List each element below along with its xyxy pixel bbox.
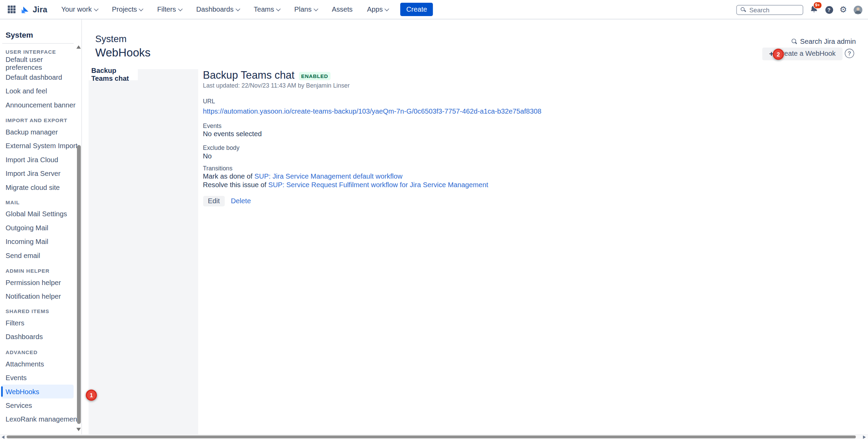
nav-item-filters[interactable]: Filters xyxy=(150,0,189,19)
sidebar-item-webhooks[interactable]: WebHooks xyxy=(1,385,73,398)
sidebar-item-import-jira-server[interactable]: Import Jira Server xyxy=(0,167,81,180)
webhook-actions: Edit Delete xyxy=(203,196,756,206)
field-value: No xyxy=(203,152,756,160)
sidebar-item-label: Services xyxy=(5,401,32,409)
help-button[interactable]: ? xyxy=(825,6,833,14)
sidebar-item-label: Default dashboard xyxy=(5,74,62,81)
sidebar-section: SHARED ITEMS xyxy=(0,308,81,315)
hscroll-left-arrow[interactable] xyxy=(2,436,4,439)
sidebar-item-external-system-import[interactable]: External System Import xyxy=(0,139,81,153)
sidebar-item-look-and-feel[interactable]: Look and feel xyxy=(0,85,81,98)
create-webhook-label: Create a WebHook xyxy=(777,50,836,58)
sidebar-section: ADVANCED xyxy=(0,348,81,356)
sidebar-item-label: Backup manager xyxy=(5,128,58,136)
sidebar-item-announcement-banner[interactable]: Announcement banner xyxy=(0,98,81,112)
sidebar-section-header: IMPORT AND EXPORT xyxy=(0,116,81,124)
webhook-list-item-backup-teams-chat[interactable]: Backup Teams chat xyxy=(88,69,138,80)
search-jira-admin-link[interactable]: Search Jira admin xyxy=(792,38,856,46)
sidebar-section: MAIL xyxy=(0,199,81,207)
sidebar-item-backup-manager[interactable]: Backup manager xyxy=(0,125,81,139)
nav-item-dashboards[interactable]: Dashboards xyxy=(189,0,246,19)
sidebar-item-events[interactable]: Events xyxy=(0,371,81,385)
sidebar-item-import-jira-cloud[interactable]: Import Jira Cloud xyxy=(0,153,81,166)
sidebar-item-services[interactable]: Services xyxy=(0,398,81,412)
webhook-help-icon[interactable]: ? xyxy=(845,49,854,58)
nav-item-apps[interactable]: Apps xyxy=(360,0,396,19)
workflow-link[interactable]: SUP: Jira Service Management default wor… xyxy=(254,173,403,181)
delete-link[interactable]: Delete xyxy=(231,197,251,205)
last-updated-text: Last updated: 22/Nov/23 11:43 AM by Benj… xyxy=(203,82,756,88)
transition-line: Mark as done of SUP: Jira Service Manage… xyxy=(203,173,756,181)
chevron-down-icon xyxy=(139,7,143,11)
sidebar-item-label: Default user preferences xyxy=(5,56,81,71)
sidebar-scroll-up-arrow[interactable] xyxy=(76,46,80,49)
chevron-down-icon xyxy=(235,7,240,11)
search-jira-admin-label: Search Jira admin xyxy=(800,38,856,46)
nav-item-projects[interactable]: Projects xyxy=(105,0,150,19)
sidebar-item-permission-helper[interactable]: Permission helper xyxy=(0,275,81,289)
sidebar-item-default-dashboard[interactable]: Default dashboard xyxy=(0,70,81,84)
sidebar-item-label: Migrate cloud site xyxy=(5,183,60,191)
sidebar-section: USER INTERFACE xyxy=(0,48,81,56)
nav-item-teams[interactable]: Teams xyxy=(246,0,287,19)
sidebar-item-filters[interactable]: Filters xyxy=(0,316,81,330)
chevron-down-icon xyxy=(94,7,98,11)
jira-logo[interactable]: Jira xyxy=(21,5,48,14)
chevron-down-icon xyxy=(314,7,318,11)
field-exclude-body: Exclude body No xyxy=(203,144,756,160)
nav-item-plans[interactable]: Plans xyxy=(287,0,325,19)
webhook-url-link[interactable]: https://automation.yasoon.io/create-team… xyxy=(203,107,541,115)
sidebar-scroll-down-arrow[interactable] xyxy=(76,428,80,431)
top-navbar: Jira Your work Projects Filters Dashboar… xyxy=(0,0,868,20)
search-icon xyxy=(740,7,746,12)
sidebar-item-incoming-mail[interactable]: Incoming Mail xyxy=(0,235,81,249)
search-input[interactable]: Search xyxy=(736,5,803,15)
sidebar-item-lexorank-management[interactable]: LexoRank management xyxy=(0,412,81,426)
sidebar-scrollbar-thumb[interactable] xyxy=(77,145,80,424)
sidebar-divider xyxy=(2,43,73,44)
sidebar-section-header: ADMIN HELPER xyxy=(0,267,81,275)
notifications-button[interactable]: 9+ xyxy=(809,5,818,14)
sidebar-item-outgoing-mail[interactable]: Outgoing Mail xyxy=(0,221,81,235)
field-label: Exclude body xyxy=(203,144,756,152)
chevron-down-icon xyxy=(385,7,390,11)
hscroll-right-arrow[interactable] xyxy=(863,436,866,439)
app-switcher-icon[interactable] xyxy=(8,5,16,13)
sidebar-item-attachments[interactable]: Attachments xyxy=(0,357,81,371)
hscroll-thumb[interactable] xyxy=(7,436,856,439)
sidebar-title: System xyxy=(0,20,81,39)
field-transitions: Transitions Mark as done of SUP: Jira Se… xyxy=(203,165,756,190)
content-header-system: System xyxy=(95,34,127,45)
field-value-host: https://automation.yasoon.io/create-team… xyxy=(203,106,756,116)
field-value-host: No events selected xyxy=(203,130,756,138)
sidebar-item-notification-helper[interactable]: Notification helper xyxy=(0,289,81,303)
sidebar-item-label: Filters xyxy=(5,319,24,327)
sidebar-item-send-email[interactable]: Send email xyxy=(0,249,81,262)
sidebar-item-default-user-preferences[interactable]: Default user preferences xyxy=(0,57,81,70)
settings-gear-icon[interactable]: ⚙ xyxy=(840,5,847,14)
sidebar-item-dashboards[interactable]: Dashboards xyxy=(0,330,81,344)
field-url: URL https://automation.yasoon.io/create-… xyxy=(203,98,756,116)
sidebar-item-label: Permission helper xyxy=(5,279,61,286)
sidebar-item-global-mail-settings[interactable]: Global Mail Settings xyxy=(0,207,81,221)
annotation-badge-1: 1 xyxy=(86,390,97,401)
nav-item-your-work[interactable]: Your work xyxy=(54,0,105,19)
sidebar-item-label: Global Mail Settings xyxy=(5,210,67,218)
sidebar-item-label: Notification helper xyxy=(5,293,61,300)
sidebar-item-label: WebHooks xyxy=(5,388,39,396)
field-label: Events xyxy=(203,122,756,129)
sidebar-item-label: Announcement banner xyxy=(5,101,76,109)
field-value-host: Mark as done of SUP: Jira Service Manage… xyxy=(203,173,756,190)
workflow-link[interactable]: SUP: Service Request Fulfilment workflow… xyxy=(268,181,488,189)
admin-sidebar: System USER INTERFACE Default user prefe… xyxy=(0,20,82,435)
page-title: WebHooks xyxy=(95,46,151,59)
edit-button[interactable]: Edit xyxy=(203,196,225,206)
avatar[interactable] xyxy=(854,5,863,14)
sidebar-item-label: Outgoing Mail xyxy=(5,224,48,232)
nav-item-label: Projects xyxy=(112,5,137,13)
annotation-badge-2: 2 xyxy=(773,49,784,60)
sidebar-item-migrate-cloud-site[interactable]: Migrate cloud site xyxy=(0,180,81,194)
create-button[interactable]: Create xyxy=(400,3,433,16)
nav-item-assets[interactable]: Assets xyxy=(324,0,360,19)
nav-item-label: Your work xyxy=(61,5,92,13)
